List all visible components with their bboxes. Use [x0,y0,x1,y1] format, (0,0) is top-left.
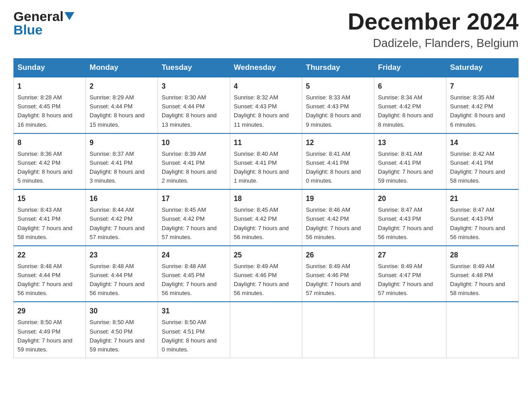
day-number: 26 [306,250,370,261]
day-info: Sunrise: 8:47 AMSunset: 4:43 PMDaylight:… [378,206,442,242]
day-info: Sunrise: 8:48 AMSunset: 4:44 PMDaylight:… [17,262,82,298]
day-number: 11 [234,137,298,148]
calendar-day-cell: 5Sunrise: 8:33 AMSunset: 4:43 PMDaylight… [302,77,374,133]
calendar-day-cell: 13Sunrise: 8:41 AMSunset: 4:41 PMDayligh… [374,133,446,190]
day-number: 2 [90,81,154,92]
calendar-header-row: SundayMondayTuesdayWednesdayThursdayFrid… [14,59,519,77]
calendar-day-cell: 30Sunrise: 8:50 AMSunset: 4:50 PMDayligh… [86,302,158,358]
calendar-week-row: 8Sunrise: 8:36 AMSunset: 4:42 PMDaylight… [14,133,519,190]
month-title: December 2024 [348,9,519,34]
col-header-monday: Monday [86,59,158,77]
day-info: Sunrise: 8:36 AMSunset: 4:42 PMDaylight:… [17,150,82,186]
calendar-day-cell: 27Sunrise: 8:49 AMSunset: 4:47 PMDayligh… [374,246,446,302]
calendar-day-cell: 26Sunrise: 8:49 AMSunset: 4:46 PMDayligh… [302,246,374,302]
calendar-day-cell: 10Sunrise: 8:39 AMSunset: 4:41 PMDayligh… [158,133,230,190]
day-number: 18 [234,193,298,204]
day-info: Sunrise: 8:49 AMSunset: 4:47 PMDaylight:… [378,262,442,298]
day-number: 15 [17,193,82,204]
calendar-day-cell: 22Sunrise: 8:48 AMSunset: 4:44 PMDayligh… [14,246,86,302]
calendar-empty-cell [374,302,446,358]
calendar-day-cell: 28Sunrise: 8:49 AMSunset: 4:48 PMDayligh… [446,246,519,302]
day-number: 23 [90,250,154,261]
day-info: Sunrise: 8:42 AMSunset: 4:41 PMDaylight:… [450,150,515,186]
calendar-table: SundayMondayTuesdayWednesdayThursdayFrid… [13,58,519,358]
day-info: Sunrise: 8:37 AMSunset: 4:41 PMDaylight:… [90,150,154,186]
calendar-day-cell: 23Sunrise: 8:48 AMSunset: 4:44 PMDayligh… [86,246,158,302]
day-info: Sunrise: 8:33 AMSunset: 4:43 PMDaylight:… [306,93,370,129]
calendar-day-cell: 18Sunrise: 8:45 AMSunset: 4:42 PMDayligh… [230,189,302,246]
day-number: 8 [17,137,82,148]
calendar-day-cell: 29Sunrise: 8:50 AMSunset: 4:49 PMDayligh… [14,302,86,358]
day-info: Sunrise: 8:43 AMSunset: 4:41 PMDaylight:… [17,206,82,242]
day-number: 22 [17,250,82,261]
col-header-saturday: Saturday [446,59,519,77]
calendar-week-row: 29Sunrise: 8:50 AMSunset: 4:49 PMDayligh… [14,302,519,358]
day-number: 4 [234,81,298,92]
calendar-empty-cell [446,302,519,358]
day-info: Sunrise: 8:45 AMSunset: 4:42 PMDaylight:… [234,206,298,242]
day-info: Sunrise: 8:49 AMSunset: 4:48 PMDaylight:… [450,262,515,298]
title-section: December 2024 Dadizele, Flanders, Belgiu… [348,9,519,50]
day-info: Sunrise: 8:48 AMSunset: 4:44 PMDaylight:… [90,262,154,298]
day-info: Sunrise: 8:28 AMSunset: 4:45 PMDaylight:… [17,93,82,129]
logo-blue-text: Blue [13,22,43,38]
day-number: 25 [234,250,298,261]
day-number: 10 [162,137,226,148]
day-info: Sunrise: 8:46 AMSunset: 4:42 PMDaylight:… [306,206,370,242]
day-info: Sunrise: 8:45 AMSunset: 4:42 PMDaylight:… [162,206,226,242]
calendar-day-cell: 14Sunrise: 8:42 AMSunset: 4:41 PMDayligh… [446,133,519,190]
day-number: 30 [90,306,154,317]
day-number: 21 [450,193,515,204]
logo: General Blue [13,9,74,38]
day-number: 19 [306,193,370,204]
calendar-day-cell: 31Sunrise: 8:50 AMSunset: 4:51 PMDayligh… [158,302,230,358]
location-title: Dadizele, Flanders, Belgium [348,36,519,50]
calendar-day-cell: 3Sunrise: 8:30 AMSunset: 4:44 PMDaylight… [158,77,230,133]
day-number: 17 [162,193,226,204]
day-number: 20 [378,193,442,204]
day-number: 29 [17,306,82,317]
day-number: 16 [90,193,154,204]
calendar-empty-cell [302,302,374,358]
day-info: Sunrise: 8:50 AMSunset: 4:50 PMDaylight:… [90,318,154,354]
day-number: 12 [306,137,370,148]
day-number: 13 [378,137,442,148]
day-number: 14 [450,137,515,148]
day-number: 6 [378,81,442,92]
day-number: 31 [162,306,226,317]
day-info: Sunrise: 8:30 AMSunset: 4:44 PMDaylight:… [162,93,226,129]
day-info: Sunrise: 8:35 AMSunset: 4:42 PMDaylight:… [450,93,515,129]
calendar-day-cell: 6Sunrise: 8:34 AMSunset: 4:42 PMDaylight… [374,77,446,133]
col-header-thursday: Thursday [302,59,374,77]
calendar-day-cell: 16Sunrise: 8:44 AMSunset: 4:42 PMDayligh… [86,189,158,246]
day-number: 28 [450,250,515,261]
calendar-week-row: 22Sunrise: 8:48 AMSunset: 4:44 PMDayligh… [14,246,519,302]
calendar-day-cell: 11Sunrise: 8:40 AMSunset: 4:41 PMDayligh… [230,133,302,190]
page-header: General Blue December 2024 Dadizele, Fla… [13,9,519,50]
calendar-day-cell: 25Sunrise: 8:49 AMSunset: 4:46 PMDayligh… [230,246,302,302]
col-header-tuesday: Tuesday [158,59,230,77]
day-info: Sunrise: 8:50 AMSunset: 4:49 PMDaylight:… [17,318,82,354]
day-info: Sunrise: 8:41 AMSunset: 4:41 PMDaylight:… [306,150,370,186]
day-info: Sunrise: 8:32 AMSunset: 4:43 PMDaylight:… [234,93,298,129]
calendar-day-cell: 12Sunrise: 8:41 AMSunset: 4:41 PMDayligh… [302,133,374,190]
day-number: 9 [90,137,154,148]
svg-marker-0 [64,12,74,20]
day-info: Sunrise: 8:39 AMSunset: 4:41 PMDaylight:… [162,150,226,186]
day-number: 5 [306,81,370,92]
calendar-day-cell: 19Sunrise: 8:46 AMSunset: 4:42 PMDayligh… [302,189,374,246]
calendar-week-row: 15Sunrise: 8:43 AMSunset: 4:41 PMDayligh… [14,189,519,246]
calendar-day-cell: 4Sunrise: 8:32 AMSunset: 4:43 PMDaylight… [230,77,302,133]
calendar-day-cell: 20Sunrise: 8:47 AMSunset: 4:43 PMDayligh… [374,189,446,246]
calendar-day-cell: 2Sunrise: 8:29 AMSunset: 4:44 PMDaylight… [86,77,158,133]
day-info: Sunrise: 8:49 AMSunset: 4:46 PMDaylight:… [234,262,298,298]
day-info: Sunrise: 8:47 AMSunset: 4:43 PMDaylight:… [450,206,515,242]
day-info: Sunrise: 8:29 AMSunset: 4:44 PMDaylight:… [90,93,154,129]
calendar-day-cell: 21Sunrise: 8:47 AMSunset: 4:43 PMDayligh… [446,189,519,246]
calendar-day-cell: 1Sunrise: 8:28 AMSunset: 4:45 PMDaylight… [14,77,86,133]
day-info: Sunrise: 8:44 AMSunset: 4:42 PMDaylight:… [90,206,154,242]
day-info: Sunrise: 8:48 AMSunset: 4:45 PMDaylight:… [162,262,226,298]
calendar-day-cell: 7Sunrise: 8:35 AMSunset: 4:42 PMDaylight… [446,77,519,133]
day-info: Sunrise: 8:40 AMSunset: 4:41 PMDaylight:… [234,150,298,186]
col-header-sunday: Sunday [14,59,86,77]
